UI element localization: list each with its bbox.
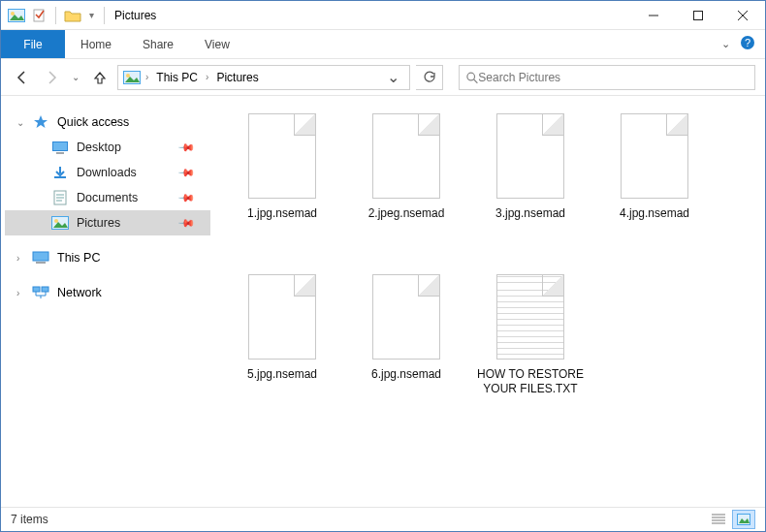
status-bar: 7 items	[1, 507, 765, 531]
downloads-icon	[51, 165, 69, 180]
svg-point-10	[467, 73, 475, 80]
qat-separator	[55, 7, 56, 24]
search-icon	[465, 71, 478, 84]
documents-icon	[51, 190, 69, 205]
unknown-file-icon	[248, 274, 316, 360]
file-name-label: 1.jpg.nsemad	[247, 206, 317, 221]
file-name-label: 5.jpg.nsemad	[247, 367, 317, 382]
sidebar-quick-access[interactable]: ⌄ Quick access	[5, 110, 210, 135]
tab-home[interactable]: Home	[65, 30, 127, 58]
refresh-button[interactable]	[416, 65, 443, 90]
minimize-button[interactable]	[631, 1, 676, 30]
pictures-icon	[51, 215, 69, 231]
file-item[interactable]: 4.jpg.nsemad	[592, 110, 717, 270]
svg-point-2	[11, 12, 15, 16]
title-bar: ▾ Pictures	[1, 1, 765, 30]
sidebar-item-pictures[interactable]: Pictures 📌	[5, 210, 210, 235]
quick-access-star-icon	[32, 114, 49, 130]
app-icon	[7, 6, 26, 25]
main-area: ⌄ Quick access Desktop 📌 Downloads 📌 Doc…	[1, 96, 765, 507]
sidebar-this-pc[interactable]: › This PC	[5, 245, 210, 270]
sidebar-item-label: Documents	[77, 191, 138, 204]
location-pictures-icon	[122, 68, 142, 87]
file-name-label: 4.jpg.nsemad	[620, 206, 689, 221]
search-input[interactable]	[478, 71, 749, 84]
sidebar-item-documents[interactable]: Documents 📌	[5, 185, 210, 210]
file-item[interactable]: 3.jpg.nsemad	[468, 110, 592, 270]
pin-icon: 📌	[176, 138, 195, 156]
svg-rect-4	[694, 11, 703, 19]
file-item[interactable]: 6.jpg.nsemad	[344, 270, 468, 431]
svg-rect-14	[54, 176, 66, 178]
forward-button[interactable]	[40, 66, 63, 89]
thumbnails-view-button[interactable]	[732, 510, 755, 529]
unknown-file-icon	[248, 113, 316, 199]
search-box[interactable]	[459, 65, 755, 90]
back-button[interactable]	[11, 66, 34, 89]
file-tab[interactable]: File	[1, 30, 65, 58]
sidebar-item-label: Pictures	[77, 216, 120, 230]
file-item[interactable]: HOW TO RESTORE YOUR FILES.TXT	[468, 270, 592, 431]
window-controls	[631, 1, 765, 30]
svg-rect-12	[53, 142, 67, 150]
chevron-right-icon[interactable]: ›	[206, 72, 208, 82]
window-title: Pictures	[114, 9, 156, 22]
unknown-file-icon	[372, 113, 440, 199]
chevron-right-icon[interactable]: ›	[16, 288, 19, 298]
svg-rect-20	[36, 262, 46, 264]
text-file-icon	[496, 274, 564, 360]
unknown-file-icon	[496, 113, 564, 199]
help-icon[interactable]: ?	[740, 35, 755, 54]
sidebar-item-label: Quick access	[57, 115, 129, 129]
file-name-label: 3.jpg.nsemad	[495, 206, 565, 221]
unknown-file-icon	[621, 113, 688, 199]
file-name-label: 2.jpeg.nsemad	[368, 206, 445, 221]
svg-point-9	[126, 74, 130, 78]
this-pc-icon	[32, 250, 49, 266]
tab-view[interactable]: View	[189, 30, 245, 58]
pin-icon: 📌	[176, 188, 195, 206]
address-bar[interactable]: › This PC › Pictures ⌄	[117, 65, 410, 90]
file-list[interactable]: 1.jpg.nsemad2.jpeg.nsemad3.jpg.nsemad4.j…	[214, 96, 765, 507]
sidebar-item-label: Downloads	[77, 166, 137, 179]
unknown-file-icon	[372, 274, 440, 360]
sidebar-item-label: Desktop	[77, 141, 121, 154]
breadcrumb-pictures[interactable]: Pictures	[212, 71, 262, 84]
address-dropdown-icon[interactable]: ⌄	[381, 68, 405, 86]
maximize-button[interactable]	[676, 1, 720, 30]
network-icon	[32, 285, 49, 300]
quick-access-toolbar: ▾	[1, 6, 109, 25]
up-button[interactable]	[88, 66, 112, 89]
svg-rect-21	[33, 287, 40, 292]
file-item[interactable]: 5.jpg.nsemad	[220, 270, 344, 431]
ribbon-expand-icon[interactable]: ⌄	[721, 38, 730, 50]
navigation-bar: ⌄ › This PC › Pictures ⌄	[1, 59, 765, 96]
sidebar-item-desktop[interactable]: Desktop 📌	[5, 135, 210, 160]
sidebar-item-label: Network	[57, 286, 102, 299]
sidebar-item-label: This PC	[57, 251, 100, 265]
title-separator	[104, 7, 105, 24]
sidebar-network[interactable]: › Network	[5, 280, 210, 305]
svg-text:?: ?	[745, 37, 750, 48]
file-name-label: 6.jpg.nsemad	[371, 367, 441, 382]
pin-icon: 📌	[176, 163, 195, 181]
close-button[interactable]	[720, 1, 765, 30]
qat-properties-icon[interactable]	[29, 6, 48, 25]
chevron-right-icon[interactable]: ›	[145, 72, 148, 82]
pin-icon: 📌	[176, 213, 195, 232]
svg-rect-13	[56, 152, 64, 154]
details-view-button[interactable]	[707, 510, 730, 529]
tab-share[interactable]: Share	[127, 30, 189, 58]
file-item[interactable]: 1.jpg.nsemad	[220, 110, 344, 270]
sidebar-item-downloads[interactable]: Downloads 📌	[5, 160, 210, 185]
recent-locations-button[interactable]: ⌄	[69, 66, 82, 89]
folder-icon[interactable]	[63, 6, 82, 25]
chevron-down-icon[interactable]: ⌄	[16, 117, 24, 128]
file-item[interactable]: 2.jpeg.nsemad	[344, 110, 468, 270]
qat-dropdown-icon[interactable]: ▾	[85, 6, 97, 25]
svg-rect-3	[34, 10, 44, 21]
chevron-right-icon[interactable]: ›	[16, 253, 19, 264]
ribbon: File Home Share View ⌄ ?	[1, 30, 765, 59]
breadcrumb-this-pc[interactable]: This PC	[152, 71, 202, 84]
desktop-icon	[51, 140, 69, 155]
